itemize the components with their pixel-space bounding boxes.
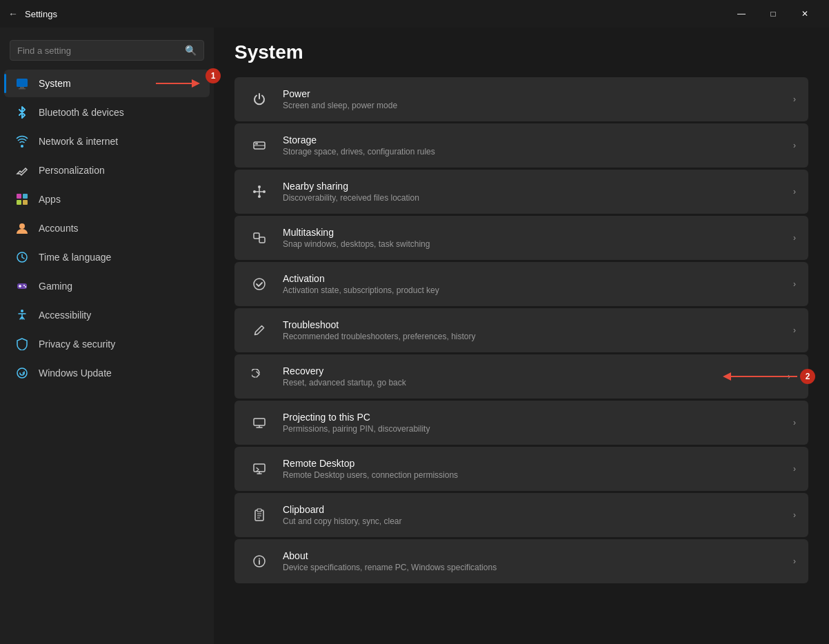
settings-item-title-remote-desktop: Remote Desktop [283,458,793,469]
settings-item-text-recovery: Recovery Reset, advanced startup, go bac… [283,365,788,388]
settings-item-title-power: Power [283,88,793,99]
settings-item-title-recovery: Recovery [283,365,788,376]
storage-icon [247,133,272,158]
settings-item-subtitle-power: Screen and sleep, power mode [283,101,793,110]
settings-item-recovery[interactable]: Recovery Reset, advanced startup, go bac… [234,354,808,399]
chevron-power: › [793,94,796,104]
apps-icon [15,192,29,206]
search-box[interactable]: 🔍 [10,40,204,61]
sidebar-label-network: Network & internet [39,136,118,147]
personalization-icon [15,163,29,177]
svg-point-22 [258,185,261,188]
nearby-sharing-icon [247,179,272,204]
settings-item-text-troubleshoot: Troubleshoot Recommended troubleshooters… [283,319,793,341]
search-input[interactable] [17,46,179,56]
sidebar-label-update: Windows Update [39,368,112,379]
sidebar-item-accessibility[interactable]: Accessibility [4,301,210,329]
settings-window: ← Settings — □ ✕ 🔍 [0,0,829,644]
privacy-icon [15,337,29,351]
settings-item-title-projecting: Projecting to this PC [283,412,793,423]
svg-rect-0 [17,79,28,87]
sidebar-label-apps: Apps [39,194,61,205]
settings-item-title-nearby-sharing: Nearby sharing [283,181,793,192]
clipboard-icon [247,503,272,527]
settings-item-remote-desktop[interactable]: Remote Desktop Remote Desktop users, con… [234,447,808,491]
settings-item-text-nearby-sharing: Nearby sharing Discoverability, received… [283,181,793,203]
titlebar-left: ← Settings [8,8,57,19]
settings-item-subtitle-remote-desktop: Remote Desktop users, connection permiss… [283,470,793,480]
settings-item-nearby-sharing[interactable]: Nearby sharing Discoverability, received… [234,170,808,214]
system-icon [15,77,29,90]
settings-item-title-about: About [283,550,793,561]
sidebar: 🔍 System [0,28,214,644]
sidebar-item-time[interactable]: Time & language [4,243,210,271]
svg-point-42 [259,559,260,560]
sidebar-item-apps[interactable]: Apps [4,185,210,213]
chevron-multitasking: › [793,233,796,243]
chevron-nearby-sharing: › [793,187,796,197]
accessibility-icon [15,308,29,322]
minimize-button[interactable]: — [726,3,757,25]
search-container: 🔍 [0,34,214,69]
settings-item-troubleshoot[interactable]: Troubleshoot Recommended troubleshooters… [234,308,808,352]
main-content: System Power Screen and sleep, power mod… [214,28,829,644]
settings-item-title-storage: Storage [283,134,793,145]
svg-point-24 [258,195,261,198]
settings-list: Power Screen and sleep, power mode › [234,77,808,583]
svg-rect-2 [19,88,26,90]
settings-item-title-troubleshoot: Troubleshoot [283,319,793,330]
settings-item-text-multitasking: Multitasking Snap windows, desktops, tas… [283,227,793,249]
settings-item-text-activation: Activation Activation state, subscriptio… [283,273,793,295]
settings-item-text-about: About Device specifications, rename PC, … [283,550,793,572]
svg-point-28 [254,279,265,290]
close-button[interactable]: ✕ [789,3,821,25]
troubleshoot-icon [247,318,272,343]
titlebar-controls: — □ ✕ [726,3,821,25]
svg-point-9 [19,223,25,229]
svg-rect-31 [254,419,265,425]
svg-rect-8 [23,200,28,205]
back-icon[interactable]: ← [8,8,18,19]
chevron-projecting: › [793,418,796,427]
settings-item-multitasking[interactable]: Multitasking Snap windows, desktops, tas… [234,216,808,260]
multitasking-icon [247,225,272,250]
sidebar-item-update[interactable]: Windows Update [4,359,210,387]
network-icon [15,134,29,148]
app-content: 🔍 System [0,28,829,644]
settings-item-power[interactable]: Power Screen and sleep, power mode › [234,77,808,121]
accounts-icon [15,221,29,235]
svg-rect-6 [23,194,28,199]
sidebar-item-network[interactable]: Network & internet [4,128,210,155]
settings-item-text-projecting: Projecting to this PC Permissions, pairi… [283,412,793,434]
sidebar-item-gaming[interactable]: Gaming [4,272,210,300]
settings-item-projecting[interactable]: Projecting to this PC Permissions, pairi… [234,401,808,445]
settings-item-about[interactable]: About Device specifications, rename PC, … [234,539,808,583]
time-icon [15,250,29,264]
arrow-1-svg [156,73,211,94]
sidebar-label-accessibility: Accessibility [39,310,91,321]
chevron-about: › [793,556,796,566]
titlebar: ← Settings — □ ✕ [0,0,829,28]
sidebar-item-personalization[interactable]: Personalization [4,157,210,184]
svg-rect-1 [20,87,24,88]
chevron-remote-desktop: › [793,464,796,474]
settings-item-storage[interactable]: Storage Storage space, drives, configura… [234,123,808,168]
svg-rect-27 [259,237,265,243]
svg-rect-26 [254,233,259,239]
annotation-badge-2: 2 [800,369,815,384]
chevron-storage: › [793,141,796,150]
sidebar-item-accounts[interactable]: Accounts [4,214,210,242]
sidebar-label-system: System [39,78,71,89]
annotation-badge-1: 1 [206,68,221,83]
svg-rect-7 [17,200,21,205]
search-icon: 🔍 [185,45,197,56]
settings-item-clipboard[interactable]: Clipboard Cut and copy history, sync, cl… [234,493,808,537]
settings-item-activation[interactable]: Activation Activation state, subscriptio… [234,262,808,306]
svg-rect-5 [17,194,21,199]
svg-point-16 [25,286,26,288]
about-icon [247,549,272,574]
sidebar-item-bluetooth[interactable]: Bluetooth & devices [4,99,210,126]
projecting-icon [247,410,272,435]
sidebar-item-privacy[interactable]: Privacy & security [4,330,210,358]
maximize-button[interactable]: □ [757,3,789,25]
